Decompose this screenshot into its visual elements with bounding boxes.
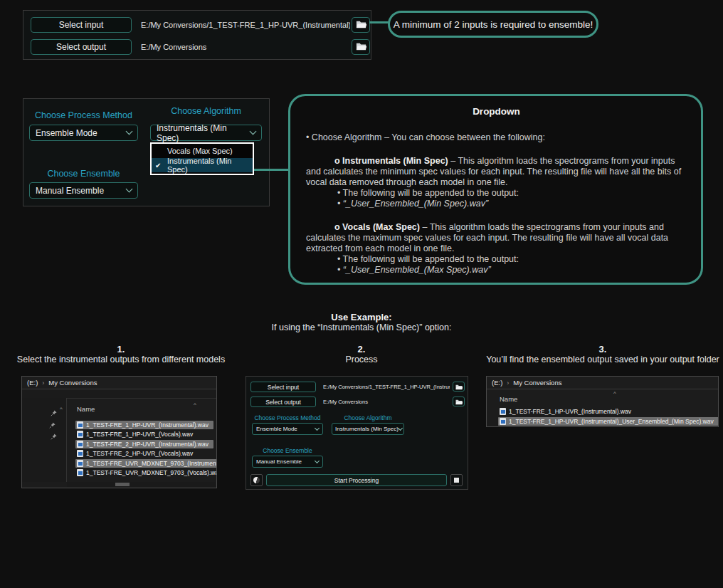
step-number: 3. bbox=[482, 344, 723, 355]
process-method-value: Ensemble Mode bbox=[256, 426, 297, 432]
command-center-button[interactable] bbox=[250, 474, 263, 486]
algorithm-dropdown-open-list: Vocals (Max Spec) ✔ Instrumentals (Min S… bbox=[150, 142, 254, 175]
browse-output-button[interactable] bbox=[453, 397, 465, 406]
start-processing-button[interactable]: Start Processing bbox=[266, 474, 447, 486]
select-output-button[interactable]: Select output bbox=[31, 39, 132, 55]
clock-circle-icon bbox=[253, 477, 260, 483]
file-list: 1_TEST-FRE_1_HP-UVR_(Instrumental).wav 1… bbox=[498, 406, 717, 426]
section-lead: o Vocals (Max Spec) bbox=[334, 222, 420, 232]
dropdown-option-label: Instrumentals (Min Spec) bbox=[167, 157, 253, 174]
step-caption: Select the instrumental outputs from dif… bbox=[4, 355, 238, 364]
breadcrumb-folder[interactable]: My Conversions bbox=[48, 379, 97, 387]
dropdown-option-vocals-max-spec[interactable]: Vocals (Max Spec) bbox=[152, 144, 253, 158]
output-path-value: E:/My Conversions bbox=[141, 39, 350, 55]
algorithm-value: Instrumentals (Min Spec) bbox=[157, 123, 250, 143]
audio-file-icon bbox=[77, 421, 83, 429]
select-output-button[interactable]: Select output bbox=[250, 397, 316, 407]
file-name: 1_TEST-FRE_UVR_MDXNET_9703_(Vocals).wav bbox=[86, 469, 217, 476]
file-row[interactable]: 1_TEST-FRE_UVR_MDXNET_9703_(Vocals).wav bbox=[75, 468, 216, 478]
info-box-title: Dropdown bbox=[306, 106, 687, 117]
file-name: 1_TEST-FRE_1_HP-UVR_(Instrumental)_User_… bbox=[509, 418, 714, 425]
ensemble-dropdown[interactable]: Manual Ensemble bbox=[29, 182, 138, 199]
step-caption: You’ll find the ensembled output saved i… bbox=[482, 355, 723, 364]
chevron-down-icon bbox=[315, 426, 320, 431]
info-box-bullet: • The following will be appended to the … bbox=[306, 254, 687, 265]
step-number: 2. bbox=[244, 344, 479, 355]
breadcrumb-drive[interactable]: (E:) bbox=[27, 379, 38, 387]
select-output-label: Select output bbox=[265, 399, 301, 406]
file-row[interactable]: 1_TEST-FRE_1_HP-UVR_(Instrumental).wav bbox=[75, 420, 216, 430]
info-box-section-instrumentals: o Instrumentals (Min Spec) – This algori… bbox=[306, 156, 687, 188]
file-list-pane: Name ^ 1_TEST-FRE_1_HP-UVR_(Instrumental… bbox=[67, 398, 216, 482]
output-path-value: E:/My Conversions bbox=[323, 397, 450, 407]
dropdown-option-label: Vocals (Max Spec) bbox=[167, 147, 233, 155]
step-number: 1. bbox=[4, 344, 238, 355]
chevron-down-icon bbox=[126, 128, 133, 135]
select-input-button[interactable]: Select input bbox=[250, 382, 316, 392]
file-row[interactable]: 1_TEST-FRE_1_HP-UVR_(Instrumental)_User_… bbox=[498, 417, 717, 427]
file-list: 1_TEST-FRE_1_HP-UVR_(Instrumental).wav 1… bbox=[75, 420, 216, 478]
navigation-pane: ^ bbox=[22, 398, 67, 482]
browse-input-button[interactable] bbox=[453, 382, 465, 392]
use-example-heading: Use Example: If using the “Instrumentals… bbox=[0, 312, 723, 332]
step-caption: Process bbox=[244, 355, 479, 364]
ensemble-label: Choose Ensemble bbox=[29, 169, 138, 179]
file-name: 1_TEST-FRE_UVR_MDXNET_9703_(Instrumental… bbox=[86, 460, 217, 467]
stop-button[interactable] bbox=[450, 474, 463, 486]
explorer-step1-window: (E:) › My Conversions ^ Name ^ 1_TEST-FR… bbox=[21, 376, 217, 488]
file-row[interactable]: 1_TEST-FRE_1_HP-UVR_(Instrumental).wav bbox=[498, 406, 717, 416]
select-input-button[interactable]: Select input bbox=[31, 17, 132, 33]
min-inputs-callout: A minimum of 2 inputs is required to ens… bbox=[388, 11, 598, 38]
min-inputs-callout-text: A minimum of 2 inputs is required to ens… bbox=[394, 19, 593, 30]
chevron-down-icon bbox=[250, 128, 257, 135]
dropdown-option-instrumentals-min-spec[interactable]: ✔ Instrumentals (Min Spec) bbox=[152, 158, 253, 172]
process-method-dropdown[interactable]: Ensemble Mode bbox=[252, 423, 323, 435]
file-row[interactable]: 1_TEST-FRE_2_HP-UVR_(Instrumental).wav bbox=[75, 439, 216, 449]
name-column-header[interactable]: Name bbox=[77, 405, 95, 413]
breadcrumb-drive[interactable]: (E:) bbox=[492, 379, 502, 387]
file-row[interactable]: 1_TEST-FRE_2_HP-UVR_(Vocals).wav bbox=[75, 449, 216, 459]
file-row[interactable]: 1_TEST-FRE_UVR_MDXNET_9703_(Instrumental… bbox=[75, 458, 216, 468]
ensemble-value: Manual Ensemble bbox=[36, 186, 104, 196]
breadcrumb-folder[interactable]: My Conversions bbox=[513, 379, 561, 387]
audio-file-icon bbox=[77, 450, 83, 457]
use-example-title: Use Example: bbox=[0, 312, 723, 322]
file-name: 1_TEST-FRE_2_HP-UVR_(Vocals).wav bbox=[86, 450, 193, 457]
dropdown-info-box: Dropdown • Choose Algorithm – You can ch… bbox=[288, 94, 703, 285]
file-row[interactable]: 1_TEST-FRE_1_HP-UVR_(Vocals).wav bbox=[75, 430, 216, 440]
file-name: 1_TEST-FRE_1_HP-UVR_(Vocals).wav bbox=[86, 431, 193, 438]
browse-input-button[interactable] bbox=[352, 17, 370, 33]
file-name: 1_TEST-FRE_1_HP-UVR_(Instrumental).wav bbox=[509, 408, 631, 415]
audio-file-icon bbox=[500, 408, 506, 415]
input-output-panel: Select input E:/My Conversions/1_TEST-FR… bbox=[23, 10, 371, 60]
algorithm-dropdown[interactable]: Instrumentals (Min Spec) bbox=[332, 423, 404, 435]
algorithm-dropdown[interactable]: Instrumentals (Min Spec) bbox=[150, 125, 262, 141]
input-path-value: E:/My Conversions/1_TEST-FRE_1_HP-UVR_(I… bbox=[323, 382, 450, 392]
audio-file-icon bbox=[77, 441, 83, 448]
sort-ascending-icon[interactable]: ^ bbox=[194, 401, 196, 408]
pin-icon bbox=[51, 430, 57, 443]
check-icon: ✔ bbox=[155, 162, 161, 169]
process-method-dropdown[interactable]: Ensemble Mode bbox=[29, 125, 138, 141]
chevron-down-icon bbox=[126, 186, 133, 193]
process-method-label: Choose Process Method bbox=[252, 414, 323, 421]
audio-file-icon bbox=[77, 469, 83, 476]
breadcrumb[interactable]: (E:) › My Conversions bbox=[487, 377, 718, 389]
select-output-label: Select output bbox=[56, 42, 106, 52]
step1-heading: 1. Select the instrumental outputs from … bbox=[4, 344, 238, 364]
sort-ascending-icon[interactable]: ^ bbox=[60, 406, 63, 412]
ensemble-dropdown[interactable]: Manual Ensemble bbox=[252, 456, 323, 468]
scrollbar-thumb[interactable] bbox=[115, 483, 130, 486]
horizontal-scrollbar[interactable] bbox=[67, 482, 216, 487]
breadcrumb[interactable]: (E:) › My Conversions bbox=[22, 377, 216, 389]
audio-file-icon bbox=[77, 460, 83, 467]
algorithm-value: Instrumentals (Min Spec) bbox=[335, 426, 399, 432]
audio-file-icon bbox=[77, 431, 83, 438]
section-lead: o Instrumentals (Min Spec) bbox=[334, 156, 448, 166]
info-box-section-vocals: o Vocals (Max Spec) – This algorithm loa… bbox=[306, 222, 687, 254]
options-panel: Choose Process Method Choose Algorithm E… bbox=[23, 98, 270, 206]
ensemble-value: Manual Ensemble bbox=[256, 458, 302, 465]
browse-output-button[interactable] bbox=[352, 39, 370, 55]
name-column-header[interactable]: Name bbox=[500, 395, 517, 403]
sort-ascending-icon[interactable]: ^ bbox=[613, 390, 616, 397]
